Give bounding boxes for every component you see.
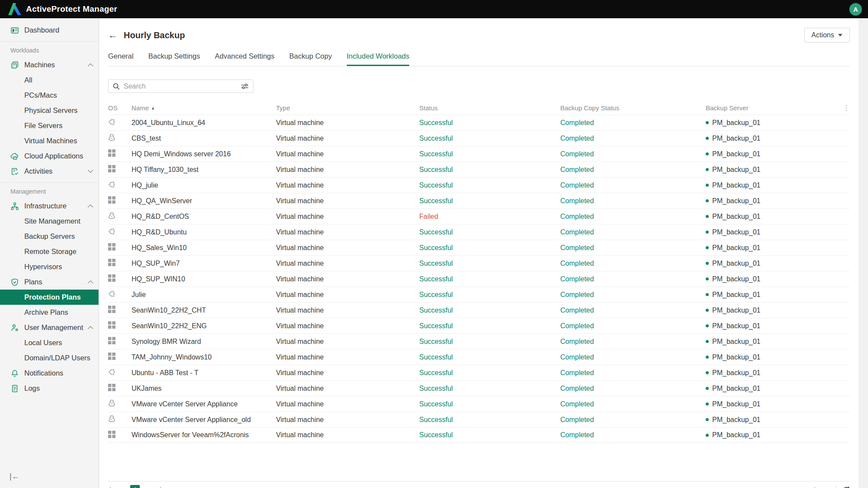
last-page-button[interactable]: >| (155, 486, 162, 488)
sidebar-item-file-servers[interactable]: File Servers (0, 118, 99, 133)
table-row[interactable]: 2004_Ubuntu_Linux_64Virtual machineSucce… (108, 115, 850, 130)
sidebar-item-archive-plans[interactable]: Archive Plans (0, 305, 99, 320)
server-status-dot (706, 340, 709, 343)
backup-server-cell: PM_backup_01 (706, 353, 840, 361)
sidebar-item-virtual-machines[interactable]: Virtual Machines (0, 133, 99, 148)
sidebar-item-user-management[interactable]: User Management (0, 320, 99, 335)
table-row[interactable]: WindowsServer for Veeam%2fAcronisVirtual… (108, 427, 850, 443)
workload-name: Julie (132, 291, 276, 299)
table-row[interactable]: HQ Demi_Windows server 2016Virtual machi… (108, 146, 850, 162)
workload-type: Virtual machine (276, 244, 419, 252)
windows-os-icon (108, 165, 132, 174)
sidebar-item-machines[interactable]: Machines (0, 57, 99, 73)
sidebar-item-local-users[interactable]: Local Users (0, 335, 99, 350)
table-row[interactable]: SeanWin10_22H2_ENGVirtual machineSuccess… (108, 318, 850, 333)
workload-type: Virtual machine (276, 135, 419, 142)
sidebar-item-hypervisors[interactable]: Hypervisors (0, 259, 99, 274)
table-row[interactable]: HQ_QA_WinServerVirtual machineSuccessful… (108, 193, 850, 208)
sidebar-item-label: All (24, 76, 92, 84)
tab-backup-copy[interactable]: Backup Copy (289, 49, 332, 66)
previous-page-button[interactable]: « (120, 486, 126, 488)
tab-backup-settings[interactable]: Backup Settings (148, 49, 200, 66)
user-avatar[interactable]: A (849, 3, 862, 16)
sidebar-item-infrastructure[interactable]: Infrastructure (0, 198, 99, 214)
copy-status-text: Completed (560, 213, 706, 221)
sidebar-item-dashboard[interactable]: Dashboard (0, 23, 99, 38)
next-page-button[interactable]: » (144, 486, 150, 488)
sidebar-item-physical-servers[interactable]: Physical Servers (0, 103, 99, 118)
sidebar-item-domain-ldap-users[interactable]: Domain/LDAP Users (0, 350, 99, 366)
dashboard-icon (10, 26, 19, 35)
workload-name: VMware vCenter Server Appliance (132, 400, 276, 408)
sidebar-item-site-management[interactable]: Site Management (0, 214, 99, 229)
sidebar-item-activities[interactable]: Activities (0, 164, 99, 179)
copy-status-text: Completed (560, 416, 706, 424)
search-input[interactable] (124, 82, 241, 90)
table-row[interactable]: HQ_R&D_CentOSVirtual machineFailedComple… (108, 208, 850, 224)
status-text: Successful (419, 244, 560, 252)
actions-button[interactable]: Actions (804, 28, 850, 43)
status-text: Successful (419, 135, 560, 142)
status-text: Successful (419, 353, 560, 361)
column-header-name[interactable]: Name▲ (132, 104, 276, 112)
workload-name: UKJames (132, 385, 276, 392)
pagination: |< « 1 » >| (108, 485, 162, 488)
workload-name: Synology BMR Wizard (132, 338, 276, 346)
scroll-gutter[interactable] (858, 18, 868, 488)
refresh-icon[interactable] (842, 486, 850, 488)
page-title: Hourly Backup (124, 30, 185, 40)
table-row[interactable]: HQ_Sales_Win10Virtual machineSuccessfulC… (108, 240, 850, 255)
table-row[interactable]: HQ_SUP_Win7Virtual machineSuccessfulComp… (108, 255, 850, 271)
table-row[interactable]: HQ_SUP_WIN10Virtual machineSuccessfulCom… (108, 271, 850, 287)
back-arrow-icon[interactable]: ← (108, 30, 118, 40)
backup-server-cell: PM_backup_01 (706, 244, 840, 252)
table-row[interactable]: HQ_R&D_UbuntuVirtual machineSuccessfulCo… (108, 224, 850, 240)
current-page-indicator[interactable]: 1 (130, 485, 140, 488)
status-text: Successful (419, 385, 560, 392)
sidebar-item-protection-plans[interactable]: Protection Plans (0, 290, 99, 305)
workload-type: Virtual machine (276, 369, 419, 377)
first-page-button[interactable]: |< (108, 486, 116, 488)
sidebar-item-pcs-macs[interactable]: PCs/Macs (0, 88, 99, 103)
backup-server-cell: PM_backup_01 (706, 338, 840, 346)
sidebar-item-cloud-applications[interactable]: Cloud Applications (0, 148, 99, 164)
backup-server-cell: PM_backup_01 (706, 431, 840, 439)
table-row[interactable]: SeanWin10_22H2_CHTVirtual machineSuccess… (108, 302, 850, 318)
table-row[interactable]: UKJamesVirtual machineSuccessfulComplete… (108, 380, 850, 396)
windows-os-icon (108, 306, 132, 315)
tab-advanced-settings[interactable]: Advanced Settings (215, 49, 275, 66)
sidebar-collapse-button[interactable]: |← (10, 472, 20, 481)
sidebar-item-notifications[interactable]: Notifications (0, 366, 99, 381)
tab-general[interactable]: General (108, 49, 134, 66)
sidebar-item-plans[interactable]: Plans (0, 274, 99, 290)
copy-status-text: Completed (560, 135, 706, 142)
copy-status-text: Completed (560, 166, 706, 174)
server-status-dot (706, 184, 709, 187)
table-row[interactable]: CBS_testVirtual machineSuccessfulComplet… (108, 130, 850, 146)
sidebar-item-remote-storage[interactable]: Remote Storage (0, 244, 99, 259)
table-row[interactable]: VMware vCenter Server ApplianceVirtual m… (108, 396, 850, 412)
sidebar-item-logs[interactable]: Logs (0, 381, 99, 396)
table-row[interactable]: TAM_Johnny_Windows10Virtual machineSucce… (108, 349, 850, 365)
sidebar-item-backup-servers[interactable]: Backup Servers (0, 229, 99, 244)
linux-os-icon (108, 399, 132, 409)
table-row[interactable]: HQ Tiffany_1030_testVirtual machineSucce… (108, 162, 850, 177)
tab-included-workloads[interactable]: Included Workloads (347, 49, 410, 66)
workload-type: Virtual machine (276, 181, 419, 189)
table-row[interactable]: JulieVirtual machineSuccessfulCompletedP… (108, 287, 850, 302)
table-row[interactable]: Synology BMR WizardVirtual machineSucces… (108, 333, 850, 349)
filter-icon[interactable] (241, 83, 249, 90)
bell-icon (10, 369, 19, 378)
sidebar-item-all[interactable]: All (0, 73, 99, 88)
table-row[interactable]: HQ_julieVirtual machineSuccessfulComplet… (108, 177, 850, 193)
app-title: ActiveProtect Manager (26, 4, 117, 14)
column-settings-icon[interactable]: ⋮ (840, 104, 850, 112)
workload-name: TAM_Johnny_Windows10 (132, 353, 276, 361)
chevron-up-icon (88, 326, 93, 332)
backup-server-cell: PM_backup_01 (706, 119, 840, 127)
activeprotect-manager-app: ActiveProtect Manager A DashboardWorkloa… (0, 0, 868, 488)
table-row[interactable]: Ubuntu - ABB Test - TVirtual machineSucc… (108, 365, 850, 380)
table-row[interactable]: VMware vCenter Server Appliance_oldVirtu… (108, 412, 850, 427)
sidebar-item-label: File Servers (24, 122, 92, 130)
workload-type: Virtual machine (276, 431, 419, 439)
